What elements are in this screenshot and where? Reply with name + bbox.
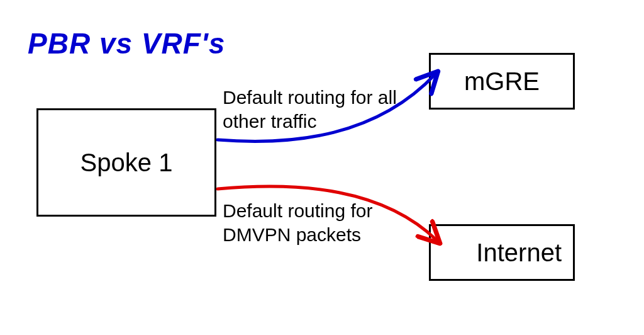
diagram-title: PBR vs VRF's (28, 26, 225, 60)
label-bottom-route: Default routing for DMVPN packets (223, 199, 372, 246)
node-internet-label: Internet (476, 239, 562, 267)
label-top-route: Default routing for all other traffic (223, 86, 397, 133)
node-mgre-label: mGRE (464, 67, 540, 96)
node-mgre: mGRE (429, 53, 575, 110)
node-spoke-1-label: Spoke 1 (80, 149, 173, 177)
node-internet: Internet (429, 224, 575, 281)
node-spoke-1: Spoke 1 (36, 108, 216, 217)
